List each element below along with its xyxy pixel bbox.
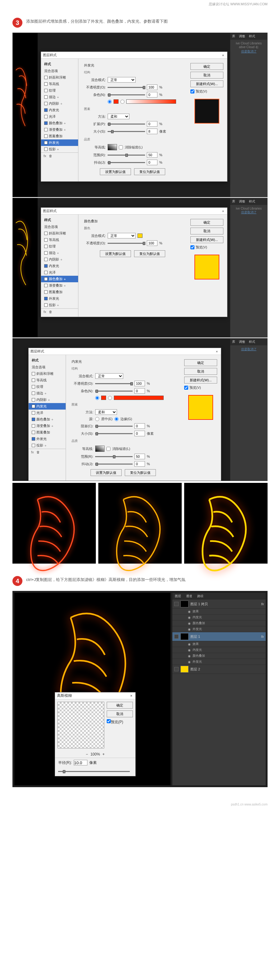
color-radio[interactable] [108, 100, 112, 104]
cancel-button[interactable]: 取消 [190, 72, 223, 79]
glow-color-swatch[interactable] [114, 99, 118, 104]
gauss-ok-button[interactable]: 确定 [107, 702, 133, 709]
close-icon[interactable]: × [215, 349, 219, 354]
close-icon[interactable]: × [221, 209, 225, 213]
gradient-radio[interactable] [120, 100, 125, 104]
tab-adjust[interactable]: 调整 [237, 33, 247, 40]
glow-gradient[interactable] [114, 396, 164, 400]
fx-outer-glow[interactable]: ◉外发光 [172, 626, 266, 632]
contour-picker[interactable] [108, 144, 117, 150]
cc-link[interactable]: 但是取消了 [232, 49, 266, 54]
layer-row-copy[interactable]: 图层 1 拷贝 fx [172, 600, 266, 609]
style-contour[interactable]: 等高线 [41, 81, 78, 87]
style-pattern-overlay[interactable]: 图案叠加 [41, 133, 78, 139]
range-value[interactable] [147, 152, 157, 158]
antialias-check[interactable] [119, 145, 123, 150]
source-edge-radio[interactable] [115, 417, 118, 421]
size-value[interactable] [147, 129, 157, 134]
opacity-value[interactable] [147, 240, 157, 246]
style-blend-options[interactable]: 混合选项 [41, 68, 78, 74]
style-outer-glow-selected[interactable]: 外发光 [41, 139, 78, 146]
cancel-button[interactable]: 取消 [190, 228, 223, 234]
jitter-slider[interactable] [108, 162, 145, 163]
style-inner-shadow[interactable]: 内阴影+ [41, 100, 78, 107]
visibility-icon[interactable] [174, 635, 179, 639]
style-color-overlay[interactable]: 颜色叠加+ [41, 120, 78, 126]
range-slider[interactable] [108, 154, 145, 156]
set-default-button[interactable]: 设置为默认值 [91, 469, 122, 476]
radius-slider[interactable] [58, 771, 130, 772]
tab-channels[interactable]: 通道 [184, 593, 195, 600]
opacity-slider[interactable] [108, 243, 145, 244]
layer-row-bg[interactable]: 图层 2 [172, 665, 266, 674]
zoom-out-icon[interactable]: − [86, 752, 88, 756]
style-stroke[interactable]: 描边+ [41, 94, 78, 100]
blend-mode-select[interactable]: 正常 [108, 77, 136, 83]
contour-picker[interactable] [95, 445, 104, 452]
opacity-slider[interactable] [108, 87, 145, 88]
ok-button[interactable]: 确定 [190, 219, 223, 226]
jitter-value[interactable] [147, 160, 157, 165]
opacity-slider[interactable] [95, 383, 133, 384]
gauss-preview-check[interactable] [107, 719, 111, 723]
cancel-button[interactable]: 取消 [184, 368, 217, 375]
trash-icon[interactable]: 🗑 [49, 154, 52, 158]
opacity-value[interactable] [147, 84, 157, 90]
style-gradient-overlay[interactable]: 渐变叠加+ [41, 126, 78, 133]
fx-badge[interactable]: fx [261, 602, 264, 606]
style-color-overlay-selected[interactable]: 颜色叠加+ [41, 276, 78, 282]
new-style-button[interactable]: 新建样式(W)... [184, 377, 217, 383]
neon-fist-svg [98, 483, 182, 591]
set-default-button[interactable]: 设置为默认值 [100, 168, 131, 175]
ok-button[interactable]: 确定 [184, 359, 217, 366]
style-drop-shadow[interactable]: 投影+ [41, 146, 78, 153]
layer-row-1-selected[interactable]: 图层 1 fx [172, 632, 266, 641]
tab-lib[interactable]: 库 [230, 33, 237, 40]
close-icon[interactable]: × [129, 694, 133, 698]
fx-badge[interactable]: fx [261, 635, 264, 638]
trash-icon[interactable]: 🗑 [37, 450, 40, 454]
tab-paths[interactable]: 路径 [195, 593, 206, 600]
style-inner-glow-selected[interactable]: 内发光 [29, 403, 66, 410]
style-texture[interactable]: 纹理 [41, 87, 78, 94]
preview-check[interactable] [190, 89, 194, 94]
visibility-icon[interactable] [174, 602, 179, 606]
close-icon[interactable]: × [221, 53, 225, 57]
fx-effects[interactable]: ◉效果 [172, 609, 266, 614]
styles-header: 样式 [41, 60, 78, 68]
noise-slider[interactable] [108, 94, 145, 95]
gauss-preview-area[interactable] [58, 702, 104, 748]
fx-inner-glow[interactable]: ◉内发光 [172, 614, 266, 620]
spread-slider[interactable] [108, 124, 145, 124]
style-bevel[interactable]: 斜面和浮雕 [41, 74, 78, 81]
radius-value[interactable] [74, 760, 87, 765]
size-slider[interactable] [108, 131, 145, 132]
zoom-in-icon[interactable]: + [102, 752, 104, 756]
visibility-icon[interactable] [174, 667, 179, 671]
method-select[interactable]: 柔和 [108, 114, 130, 119]
ok-button[interactable]: 确定 [190, 63, 223, 70]
preview-check[interactable] [190, 245, 194, 249]
reset-default-button[interactable]: 复位为默认值 [125, 469, 156, 476]
style-inner-glow[interactable]: 内发光 [41, 107, 78, 113]
blend-mode-select[interactable]: 正常 [108, 233, 136, 239]
tab-layers[interactable]: 图层 [172, 593, 184, 600]
style-satin[interactable]: 光泽 [41, 113, 78, 120]
gauss-cancel-button[interactable]: 取消 [107, 711, 133, 717]
trash-icon[interactable]: 🗑 [49, 310, 52, 313]
new-style-button[interactable]: 新建样式(W)... [190, 236, 223, 243]
set-default-button[interactable]: 设置为默认值 [100, 250, 131, 257]
fx-color-overlay[interactable]: ◉颜色叠加 [172, 620, 266, 626]
overlay-color-swatch[interactable] [138, 234, 142, 238]
new-style-button[interactable]: 新建样式(W)... [190, 80, 223, 87]
glow-gradient[interactable] [126, 99, 176, 104]
glow-color-swatch[interactable] [101, 396, 106, 400]
reset-default-button[interactable]: 复位为默认值 [134, 168, 165, 175]
source-center-radio[interactable] [95, 417, 99, 421]
spread-value[interactable] [147, 121, 157, 127]
reset-default-button[interactable]: 复位为默认值 [134, 250, 165, 257]
tab-styles[interactable]: 样式 [247, 33, 257, 40]
blend-mode-select[interactable]: 正常 [95, 373, 123, 379]
noise-value[interactable] [147, 92, 157, 97]
fx-icon[interactable]: fx [43, 154, 46, 158]
